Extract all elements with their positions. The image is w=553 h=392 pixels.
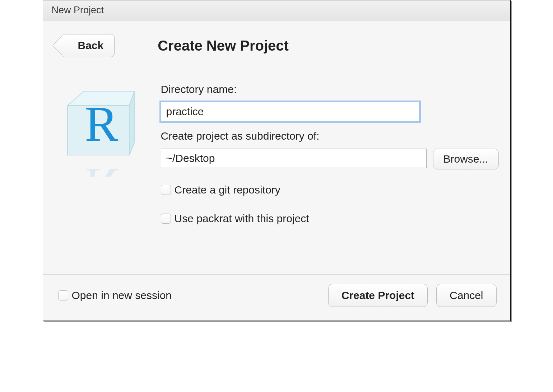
directory-name-input[interactable]: [161, 102, 419, 121]
open-new-session-label[interactable]: Open in new session: [72, 289, 172, 302]
browse-button[interactable]: Browse...: [433, 149, 499, 169]
subdirectory-row: Browse...: [161, 149, 499, 169]
git-repo-checkbox[interactable]: [161, 185, 171, 195]
subdirectory-label: Create project as subdirectory of:: [161, 130, 499, 142]
cancel-button[interactable]: Cancel: [436, 284, 496, 307]
packrat-checkbox[interactable]: [161, 214, 171, 224]
subdirectory-input[interactable]: [161, 149, 427, 168]
footer-left: Open in new session: [58, 289, 328, 302]
packrat-row: Use packrat with this project: [161, 213, 499, 225]
footer-actions: Create Project Cancel: [328, 284, 497, 307]
dialog-header: Back Create New Project: [43, 20, 510, 73]
form: Directory name: Create project as subdir…: [161, 83, 499, 260]
svg-text:R: R: [85, 96, 118, 151]
git-repo-row: Create a git repository: [161, 184, 499, 196]
open-new-session-checkbox[interactable]: [58, 290, 68, 300]
git-repo-label[interactable]: Create a git repository: [175, 184, 280, 196]
dialog-body: R R Directory name: Create project as su…: [43, 73, 510, 274]
directory-name-label: Directory name:: [161, 83, 499, 95]
window-title: New Project: [43, 0, 510, 20]
packrat-label[interactable]: Use packrat with this project: [175, 213, 309, 225]
r-project-cube-icon: R R: [59, 83, 138, 177]
create-project-button[interactable]: Create Project: [328, 284, 428, 307]
back-button[interactable]: Back: [61, 34, 115, 57]
new-project-dialog: New Project Back Create New Project R R: [43, 0, 511, 321]
svg-text:R: R: [85, 158, 118, 177]
page-title: Create New Project: [158, 38, 289, 54]
dialog-footer: Open in new session Create Project Cance…: [43, 274, 510, 321]
